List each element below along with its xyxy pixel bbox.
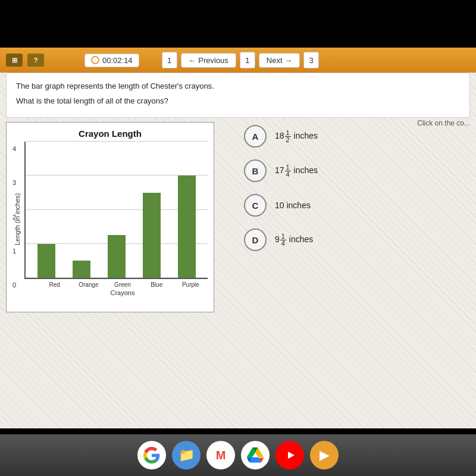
- answer-text-d: 914 inches: [275, 233, 313, 247]
- x-axis-label: Crayons: [24, 289, 208, 296]
- answer-text-c: 10 inches: [275, 201, 311, 210]
- dock-drive-icon[interactable]: [241, 441, 270, 469]
- fraction-a: 12: [285, 130, 291, 143]
- bar-red: [32, 142, 62, 278]
- question-line1: The bar graph represents the length of C…: [16, 80, 460, 93]
- bar-blue: [136, 142, 167, 278]
- bar-orange-fill: [73, 261, 90, 278]
- y-tick-2: 2: [12, 214, 16, 221]
- answer-choices: A 1812 inches B 1714 inches C 10 inches …: [244, 125, 318, 251]
- next-button[interactable]: Next →: [259, 53, 300, 68]
- y-tick-4: 4: [12, 145, 16, 152]
- chart-title: Crayon Length: [12, 129, 208, 139]
- bar-purple: [171, 142, 202, 278]
- answer-circle-d[interactable]: D: [244, 228, 267, 251]
- answer-a[interactable]: A 1812 inches: [244, 125, 318, 148]
- question-box: The bar graph represents the length of C…: [6, 73, 470, 118]
- dock-youtube-icon[interactable]: [275, 441, 304, 469]
- x-label-red: Red: [37, 281, 71, 288]
- x-label-green: Green: [105, 281, 139, 288]
- timer-icon: [91, 56, 99, 64]
- question-icon[interactable]: ?: [27, 54, 44, 67]
- dock-arrow-icon[interactable]: ▶: [310, 441, 339, 469]
- dock-google-icon[interactable]: [137, 441, 166, 469]
- x-labels: Red Orange Green Blue Purple: [24, 281, 208, 288]
- chart-container: Crayon Length Length (in inches) 4 3 2 1: [6, 122, 214, 312]
- answer-text-a: 1812 inches: [275, 130, 318, 143]
- bar-orange: [67, 142, 97, 278]
- nav-number-2: 1: [240, 52, 255, 68]
- answer-circle-a[interactable]: A: [244, 125, 267, 148]
- taskbar: ⊞ ? 00:02:14 1 ← Previous 1 Next → 3: [0, 48, 476, 73]
- navigation-area: 1 ← Previous 1 Next → 3: [162, 52, 320, 68]
- timer-label: 00:02:14: [102, 56, 133, 65]
- dock: 📁 M ▶: [0, 434, 476, 476]
- x-label-orange: Orange: [71, 281, 105, 288]
- timer-box: 00:02:14: [84, 54, 139, 67]
- bar-green-fill: [108, 235, 126, 278]
- click-hint: Click on the co...: [417, 119, 470, 127]
- chart-plot: 4 3 2 1 0: [24, 142, 208, 296]
- bar-purple-fill: [178, 176, 196, 278]
- bars-row: [26, 142, 208, 278]
- fraction-d: 14: [280, 233, 286, 247]
- y-tick-0: 0: [12, 281, 16, 289]
- grid-icon[interactable]: ⊞: [6, 54, 23, 67]
- dock-files-icon[interactable]: 📁: [172, 441, 201, 469]
- y-tick-1: 1: [12, 248, 16, 255]
- content-area: The bar graph represents the length of C…: [6, 73, 470, 125]
- answer-c[interactable]: C 10 inches: [244, 194, 318, 217]
- answer-text-b: 1714 inches: [275, 164, 318, 178]
- bar-blue-fill: [143, 193, 161, 278]
- answer-circle-c[interactable]: C: [244, 194, 267, 217]
- fraction-b: 14: [285, 164, 291, 178]
- previous-button[interactable]: ← Previous: [181, 53, 236, 68]
- bar-green: [102, 142, 132, 278]
- question-line2: What is the total length of all of the c…: [16, 95, 460, 108]
- answer-circle-b[interactable]: B: [244, 159, 267, 182]
- chart-grid: 4 3 2 1 0: [24, 142, 208, 279]
- y-tick-3: 3: [12, 179, 16, 186]
- dock-gmail-icon[interactable]: M: [206, 441, 235, 469]
- x-label-blue: Blue: [140, 281, 174, 288]
- bar-red-fill: [37, 244, 55, 278]
- answer-d[interactable]: D 914 inches: [244, 228, 318, 251]
- nav-number-1: 1: [162, 52, 177, 68]
- nav-number-3: 3: [303, 52, 319, 68]
- x-label-purple: Purple: [174, 281, 208, 288]
- answer-b[interactable]: B 1714 inches: [244, 159, 318, 182]
